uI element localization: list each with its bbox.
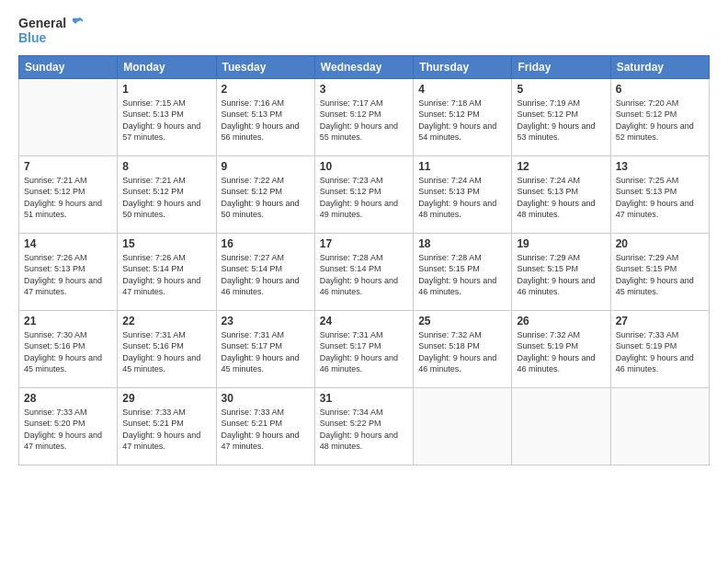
- day-number: 19: [517, 237, 605, 250]
- calendar-cell: 27Sunrise: 7:33 AMSunset: 5:19 PMDayligh…: [610, 310, 709, 387]
- calendar-week-4: 21Sunrise: 7:30 AMSunset: 5:16 PMDayligh…: [19, 310, 710, 387]
- calendar-header-wednesday: Wednesday: [314, 55, 413, 78]
- day-info: Sunrise: 7:34 AMSunset: 5:22 PMDaylight:…: [320, 407, 408, 453]
- calendar-cell: [610, 387, 709, 465]
- calendar-cell: 15Sunrise: 7:26 AMSunset: 5:14 PMDayligh…: [118, 233, 216, 310]
- day-number: 21: [24, 315, 112, 327]
- calendar-cell: 28Sunrise: 7:33 AMSunset: 5:20 PMDayligh…: [19, 387, 118, 465]
- calendar-cell: 7Sunrise: 7:21 AMSunset: 5:12 PMDaylight…: [19, 155, 118, 233]
- calendar-week-3: 14Sunrise: 7:26 AMSunset: 5:13 PMDayligh…: [19, 233, 710, 310]
- calendar-cell: [512, 387, 610, 465]
- day-number: 23: [222, 315, 310, 327]
- day-number: 11: [418, 160, 506, 173]
- day-number: 26: [517, 315, 605, 327]
- day-info: Sunrise: 7:24 AMSunset: 5:13 PMDaylight:…: [418, 175, 506, 221]
- calendar-header-monday: Monday: [118, 55, 216, 78]
- calendar-week-5: 28Sunrise: 7:33 AMSunset: 5:20 PMDayligh…: [19, 387, 710, 465]
- calendar-header-thursday: Thursday: [414, 55, 512, 78]
- day-number: 30: [222, 392, 310, 405]
- logo: General Blue: [18, 17, 85, 46]
- day-number: 13: [616, 160, 704, 173]
- day-info: Sunrise: 7:22 AMSunset: 5:12 PMDaylight:…: [222, 175, 310, 221]
- day-info: Sunrise: 7:33 AMSunset: 5:19 PMDaylight:…: [616, 329, 704, 375]
- day-info: Sunrise: 7:27 AMSunset: 5:14 PMDaylight:…: [222, 252, 310, 298]
- calendar-header-tuesday: Tuesday: [216, 55, 314, 78]
- day-info: Sunrise: 7:20 AMSunset: 5:12 PMDaylight:…: [616, 98, 704, 144]
- calendar-cell: 26Sunrise: 7:32 AMSunset: 5:19 PMDayligh…: [512, 310, 610, 387]
- day-info: Sunrise: 7:29 AMSunset: 5:15 PMDaylight:…: [517, 252, 605, 298]
- day-info: Sunrise: 7:31 AMSunset: 5:17 PMDaylight:…: [320, 329, 408, 375]
- calendar-cell: 2Sunrise: 7:16 AMSunset: 5:13 PMDaylight…: [216, 78, 314, 155]
- calendar-cell: 6Sunrise: 7:20 AMSunset: 5:12 PMDaylight…: [610, 78, 709, 155]
- day-number: 7: [24, 160, 112, 173]
- calendar-cell: 21Sunrise: 7:30 AMSunset: 5:16 PMDayligh…: [19, 310, 118, 387]
- day-number: 5: [517, 83, 605, 96]
- day-number: 22: [122, 315, 210, 327]
- day-number: 31: [320, 392, 408, 405]
- day-number: 3: [320, 83, 408, 96]
- calendar-table: SundayMondayTuesdayWednesdayThursdayFrid…: [18, 55, 710, 465]
- day-number: 16: [222, 237, 310, 250]
- calendar-cell: 3Sunrise: 7:17 AMSunset: 5:12 PMDaylight…: [314, 78, 413, 155]
- day-number: 24: [320, 315, 408, 327]
- day-number: 14: [24, 237, 112, 250]
- day-info: Sunrise: 7:19 AMSunset: 5:12 PMDaylight:…: [517, 98, 605, 144]
- day-number: 18: [418, 237, 506, 250]
- logo-bird-icon: [70, 17, 85, 31]
- calendar-cell: 24Sunrise: 7:31 AMSunset: 5:17 PMDayligh…: [314, 310, 413, 387]
- calendar-header-sunday: Sunday: [19, 55, 118, 78]
- day-number: 28: [24, 392, 112, 405]
- day-info: Sunrise: 7:28 AMSunset: 5:15 PMDaylight:…: [418, 252, 506, 298]
- day-info: Sunrise: 7:21 AMSunset: 5:12 PMDaylight:…: [24, 175, 112, 221]
- calendar-cell: 20Sunrise: 7:29 AMSunset: 5:15 PMDayligh…: [610, 233, 709, 310]
- day-info: Sunrise: 7:21 AMSunset: 5:12 PMDaylight:…: [122, 175, 210, 221]
- day-number: 4: [418, 83, 506, 96]
- calendar-cell: 30Sunrise: 7:33 AMSunset: 5:21 PMDayligh…: [216, 387, 314, 465]
- day-number: 27: [616, 315, 704, 327]
- day-number: 1: [122, 83, 210, 96]
- day-info: Sunrise: 7:31 AMSunset: 5:17 PMDaylight:…: [222, 329, 310, 375]
- calendar-cell: 13Sunrise: 7:25 AMSunset: 5:13 PMDayligh…: [610, 155, 709, 233]
- calendar-week-1: 1Sunrise: 7:15 AMSunset: 5:13 PMDaylight…: [19, 78, 710, 155]
- day-number: 15: [122, 237, 210, 250]
- page: General Blue SundayMondayTuesdayWednesda…: [0, 0, 728, 563]
- calendar-cell: [414, 387, 512, 465]
- calendar-week-2: 7Sunrise: 7:21 AMSunset: 5:12 PMDaylight…: [19, 155, 710, 233]
- calendar-cell: 12Sunrise: 7:24 AMSunset: 5:13 PMDayligh…: [512, 155, 610, 233]
- calendar-cell: 14Sunrise: 7:26 AMSunset: 5:13 PMDayligh…: [19, 233, 118, 310]
- day-info: Sunrise: 7:33 AMSunset: 5:20 PMDaylight:…: [24, 407, 112, 453]
- day-info: Sunrise: 7:24 AMSunset: 5:13 PMDaylight:…: [517, 175, 605, 221]
- day-info: Sunrise: 7:26 AMSunset: 5:13 PMDaylight:…: [24, 252, 112, 298]
- day-info: Sunrise: 7:29 AMSunset: 5:15 PMDaylight:…: [616, 252, 704, 298]
- calendar-header-saturday: Saturday: [610, 55, 709, 78]
- day-info: Sunrise: 7:25 AMSunset: 5:13 PMDaylight:…: [616, 175, 704, 221]
- day-info: Sunrise: 7:16 AMSunset: 5:13 PMDaylight:…: [222, 98, 310, 144]
- day-info: Sunrise: 7:26 AMSunset: 5:14 PMDaylight:…: [122, 252, 210, 298]
- calendar-cell: 4Sunrise: 7:18 AMSunset: 5:12 PMDaylight…: [414, 78, 512, 155]
- calendar-cell: 8Sunrise: 7:21 AMSunset: 5:12 PMDaylight…: [118, 155, 216, 233]
- calendar-cell: 16Sunrise: 7:27 AMSunset: 5:14 PMDayligh…: [216, 233, 314, 310]
- day-number: 25: [418, 315, 506, 327]
- calendar-cell: 22Sunrise: 7:31 AMSunset: 5:16 PMDayligh…: [118, 310, 216, 387]
- day-info: Sunrise: 7:17 AMSunset: 5:12 PMDaylight:…: [320, 98, 408, 144]
- calendar-cell: 31Sunrise: 7:34 AMSunset: 5:22 PMDayligh…: [314, 387, 413, 465]
- header: General Blue: [18, 17, 710, 46]
- day-number: 17: [320, 237, 408, 250]
- calendar-cell: 5Sunrise: 7:19 AMSunset: 5:12 PMDaylight…: [512, 78, 610, 155]
- calendar-cell: 10Sunrise: 7:23 AMSunset: 5:12 PMDayligh…: [314, 155, 413, 233]
- day-info: Sunrise: 7:15 AMSunset: 5:13 PMDaylight:…: [122, 98, 210, 144]
- day-info: Sunrise: 7:32 AMSunset: 5:18 PMDaylight:…: [418, 329, 506, 375]
- calendar-cell: 23Sunrise: 7:31 AMSunset: 5:17 PMDayligh…: [216, 310, 314, 387]
- day-info: Sunrise: 7:28 AMSunset: 5:14 PMDaylight:…: [320, 252, 408, 298]
- day-info: Sunrise: 7:30 AMSunset: 5:16 PMDaylight:…: [24, 329, 112, 375]
- day-info: Sunrise: 7:23 AMSunset: 5:12 PMDaylight:…: [320, 175, 408, 221]
- calendar-cell: 18Sunrise: 7:28 AMSunset: 5:15 PMDayligh…: [414, 233, 512, 310]
- calendar-cell: 29Sunrise: 7:33 AMSunset: 5:21 PMDayligh…: [118, 387, 216, 465]
- day-number: 20: [616, 237, 704, 250]
- calendar-cell: 25Sunrise: 7:32 AMSunset: 5:18 PMDayligh…: [414, 310, 512, 387]
- calendar-cell: 1Sunrise: 7:15 AMSunset: 5:13 PMDaylight…: [118, 78, 216, 155]
- calendar-cell: [19, 78, 118, 155]
- day-number: 10: [320, 160, 408, 173]
- day-info: Sunrise: 7:33 AMSunset: 5:21 PMDaylight:…: [222, 407, 310, 453]
- day-number: 29: [122, 392, 210, 405]
